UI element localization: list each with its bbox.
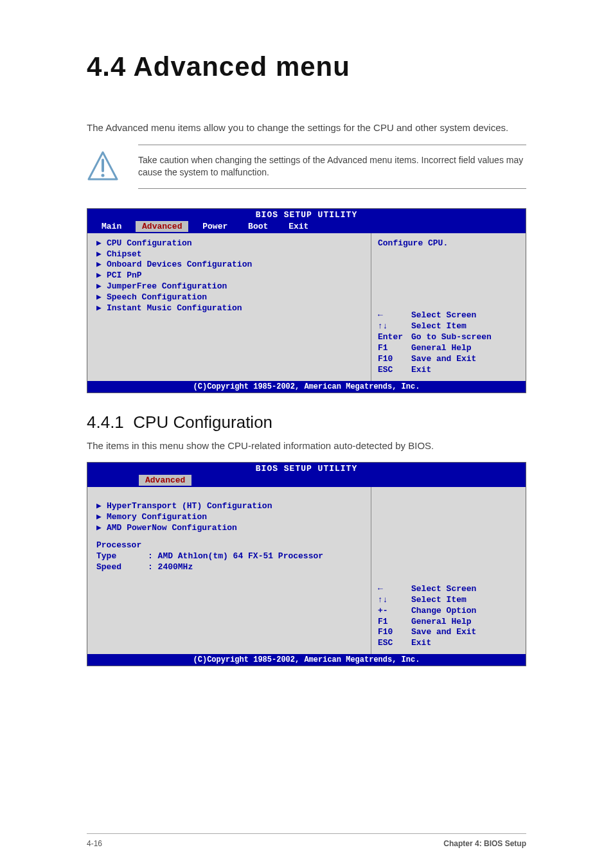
menu-item: ▶Onboard Devices Configuration [94, 260, 364, 270]
bios-key-legend: ←Select Screen ↑↓Select Item +-Change Op… [378, 584, 519, 649]
bios-tab-power: Power [196, 221, 234, 232]
bios-help-top: Configure CPU. [378, 238, 519, 248]
menu-item: ▶Chipset [94, 249, 364, 260]
subsection-heading: 4.4.1 CPU Configuration [87, 412, 526, 432]
bios-copyright: (C)Copyright 1985-2002, American Megatre… [87, 381, 526, 393]
bios-title: BIOS SETUP UTILITY [87, 463, 526, 475]
bios-tab-advanced: Advanced [136, 221, 188, 232]
intro-paragraph: The Advanced menu items allow you to cha… [87, 121, 526, 136]
page-heading: 4.4 Advanced menu [87, 51, 526, 82]
menu-item: ▶Speech Configuration [94, 292, 364, 303]
menu-item: ▶CPU Configuration [94, 238, 364, 249]
bios-tab-exit: Exit [282, 221, 315, 232]
warning-text: Take caution when changing the settings … [138, 145, 526, 189]
menu-item: ▶AMD PowerNow Configuration [94, 523, 364, 534]
menu-item: ▶PCI PnP [94, 270, 364, 281]
subsection-desc: The items in this menu show the CPU-rela… [87, 439, 526, 454]
page-number: 4-16 [87, 839, 102, 848]
menu-item: ▶Memory Configuration [94, 512, 364, 523]
bios-menu-list: ▶HyperTransport (HT) Configuration ▶Memo… [87, 487, 371, 654]
bios-tab-boot: Boot [242, 221, 274, 232]
bios-tab-bar: Main Advanced Power Boot Exit [87, 221, 526, 233]
processor-label: Processor [94, 540, 364, 551]
menu-item: ▶HyperTransport (HT) Configuration [94, 501, 364, 512]
chapter-label: Chapter 4: BIOS Setup [443, 839, 526, 848]
menu-item: ▶JumperFree Configuration [94, 281, 364, 292]
bios-screenshot-cpu-config: BIOS SETUP UTILITY Advanced ▶HyperTransp… [87, 462, 526, 666]
warning-callout: Take caution when changing the settings … [87, 145, 526, 189]
bios-key-legend: ←Select Screen ↑↓Select Item EnterGo to … [378, 310, 519, 375]
svg-point-2 [102, 174, 105, 177]
processor-speed: Speed: 2400MHz [94, 562, 364, 573]
bios-screenshot-advanced-menu: BIOS SETUP UTILITY Main Advanced Power B… [87, 208, 526, 393]
bios-tab-advanced: Advanced [139, 475, 191, 486]
bios-menu-list: ▶CPU Configuration ▶Chipset ▶Onboard Dev… [87, 233, 371, 381]
page-footer: 4-16 Chapter 4: BIOS Setup [87, 833, 526, 848]
menu-item: ▶Instant Music Configuration [94, 303, 364, 314]
bios-tab-bar: Advanced [87, 475, 526, 487]
bios-tab-main: Main [95, 221, 128, 232]
processor-type: Type: AMD Athlon(tm) 64 FX-51 Processor [94, 551, 364, 562]
bios-title: BIOS SETUP UTILITY [87, 209, 526, 221]
warning-icon [87, 150, 119, 182]
bios-copyright: (C)Copyright 1985-2002, American Megatre… [87, 654, 526, 666]
